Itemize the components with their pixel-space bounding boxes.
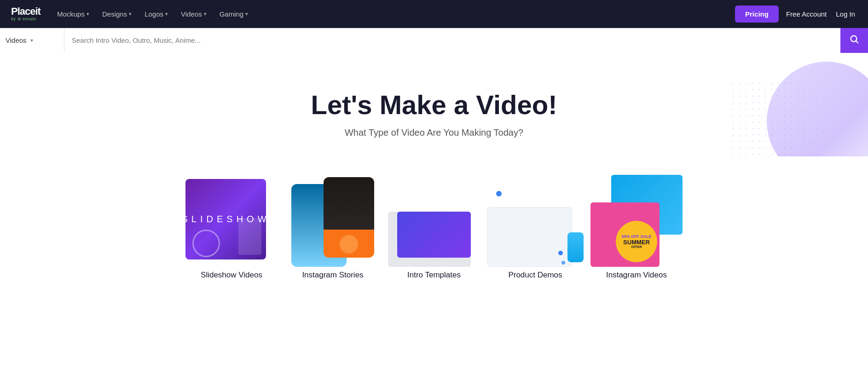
chevron-down-icon: ▾ (204, 11, 207, 17)
logo-text: Placeit (11, 6, 41, 17)
chevron-down-icon: ▾ (30, 37, 33, 44)
search-button[interactable] (840, 28, 868, 53)
logo[interactable]: Placeit by ⊕ envato (11, 6, 41, 21)
card-instagram-videos[interactable]: 50% OFF SALE SUMMER OFFER Instagram Vide… (586, 175, 687, 280)
nav-item-mockups[interactable]: Mockups ▾ (52, 6, 95, 22)
hero-section: Let's Make a Video! What Type of Video A… (0, 52, 868, 156)
nav-item-designs[interactable]: Designs ▾ (97, 6, 137, 22)
chevron-down-icon: ▾ (87, 11, 89, 17)
igv-sale-badge: 50% OFF SALE SUMMER OFFER (616, 221, 657, 262)
card-slideshow-videos[interactable]: Slideshow Slideshow Videos (181, 167, 282, 280)
search-category-dropdown[interactable]: Videos ▾ (0, 28, 64, 53)
igv-summer-text: SUMMER (623, 239, 650, 245)
card-visual-instagram-videos: 50% OFF SALE SUMMER OFFER (590, 175, 683, 267)
product-back (487, 207, 572, 267)
nav-actions: Pricing Free Account Log In (735, 6, 857, 23)
product-dot-2 (558, 251, 563, 255)
ig-face (324, 177, 374, 230)
chevron-down-icon: ▾ (129, 11, 132, 17)
logo-sub: by ⊕ envato (11, 17, 41, 21)
nav-items: Mockups ▾ Designs ▾ Logos ▾ Videos ▾ Gam… (52, 6, 731, 22)
card-visual-intro-templates (388, 184, 480, 267)
video-cards-section: Slideshow Slideshow Videos Instagram Sto… (0, 156, 868, 307)
navbar: Placeit by ⊕ envato Mockups ▾ Designs ▾ … (0, 0, 868, 28)
search-icon (849, 34, 859, 46)
chevron-down-icon: ▾ (165, 11, 168, 17)
igv-main: 50% OFF SALE SUMMER OFFER (590, 202, 660, 267)
intro-main (397, 212, 471, 258)
card-instagram-stories[interactable]: Instagram Stories (282, 166, 383, 280)
search-bar: Videos ▾ (0, 28, 868, 52)
card-label-instagram-videos: Instagram Videos (606, 271, 667, 280)
card-visual-instagram-stories (287, 166, 379, 267)
product-phone (567, 232, 584, 262)
nav-item-videos[interactable]: Videos ▾ (175, 6, 212, 22)
slideshow-thumbnail: Slideshow (185, 179, 266, 259)
ig-bottom (324, 230, 374, 258)
slideshow-circle-decoration (192, 230, 220, 257)
pricing-button[interactable]: Pricing (735, 6, 779, 23)
card-label-instagram-stories: Instagram Stories (302, 271, 363, 280)
free-account-button[interactable]: Free Account (784, 6, 828, 22)
login-button[interactable]: Log In (834, 6, 857, 22)
hero-subheadline: What Type of Video Are You Making Today? (11, 127, 857, 138)
slideshow-figure-decoration (238, 218, 261, 255)
chevron-down-icon: ▾ (245, 11, 248, 17)
ig-front-card (324, 177, 374, 258)
search-input-wrap (64, 28, 840, 53)
hero-headline: Let's Make a Video! (11, 89, 857, 120)
card-label-product-demos: Product Demos (508, 271, 562, 280)
search-input[interactable] (64, 28, 840, 53)
svg-line-1 (856, 41, 858, 43)
card-intro-templates[interactable]: Intro Templates (383, 184, 485, 280)
card-label-slideshow: Slideshow Videos (201, 271, 262, 280)
card-label-intro-templates: Intro Templates (407, 271, 461, 280)
card-product-demos[interactable]: Product Demos (485, 182, 586, 280)
nav-item-gaming[interactable]: Gaming ▾ (214, 6, 254, 22)
igv-offer-text: OFFER (631, 245, 642, 249)
product-dot-1 (496, 191, 502, 196)
ig-fruit (340, 235, 358, 253)
card-visual-slideshow: Slideshow (185, 167, 278, 259)
card-visual-product-demos (487, 182, 584, 267)
nav-item-logos[interactable]: Logos ▾ (139, 6, 174, 22)
product-dot-3 (561, 261, 565, 265)
